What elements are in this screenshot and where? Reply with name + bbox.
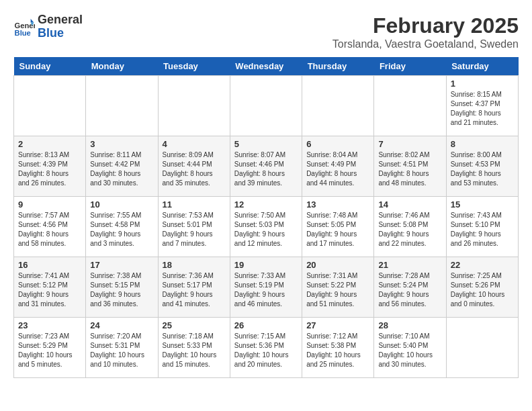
calendar-body: 1Sunrise: 8:15 AM Sunset: 4:37 PM Daylig… xyxy=(14,76,519,378)
day-cell: 1Sunrise: 8:15 AM Sunset: 4:37 PM Daylig… xyxy=(446,76,518,136)
day-cell xyxy=(374,76,446,136)
day-number: 12 xyxy=(234,199,298,210)
day-number: 19 xyxy=(234,260,298,270)
day-number: 7 xyxy=(378,139,441,149)
day-number: 26 xyxy=(234,320,298,330)
week-row-2: 2Sunrise: 8:13 AM Sunset: 4:39 PM Daylig… xyxy=(14,136,519,197)
day-info: Sunrise: 7:28 AM Sunset: 5:24 PM Dayligh… xyxy=(378,271,441,309)
day-number: 10 xyxy=(90,199,153,210)
day-info: Sunrise: 7:43 AM Sunset: 5:10 PM Dayligh… xyxy=(451,211,514,248)
day-cell: 27Sunrise: 7:12 AM Sunset: 5:38 PM Dayli… xyxy=(302,318,374,378)
day-info: Sunrise: 7:25 AM Sunset: 5:26 PM Dayligh… xyxy=(451,271,514,309)
day-cell: 4Sunrise: 8:09 AM Sunset: 4:44 PM Daylig… xyxy=(158,136,230,197)
day-info: Sunrise: 7:55 AM Sunset: 4:58 PM Dayligh… xyxy=(90,211,153,248)
day-cell xyxy=(302,76,374,136)
day-info: Sunrise: 7:18 AM Sunset: 5:33 PM Dayligh… xyxy=(163,332,226,369)
day-cell: 6Sunrise: 8:04 AM Sunset: 4:49 PM Daylig… xyxy=(302,136,374,197)
week-row-4: 16Sunrise: 7:41 AM Sunset: 5:12 PM Dayli… xyxy=(14,257,519,318)
header-cell-friday: Friday xyxy=(374,57,446,76)
day-info: Sunrise: 8:04 AM Sunset: 4:49 PM Dayligh… xyxy=(306,150,369,188)
day-cell: 8Sunrise: 8:00 AM Sunset: 4:53 PM Daylig… xyxy=(446,136,518,197)
day-number: 27 xyxy=(306,320,369,330)
calendar-table: SundayMondayTuesdayWednesdayThursdayFrid… xyxy=(13,57,519,378)
day-number: 11 xyxy=(163,199,226,210)
logo-icon: General Blue xyxy=(13,16,35,38)
svg-text:Blue: Blue xyxy=(15,29,31,37)
header-cell-wednesday: Wednesday xyxy=(230,57,302,76)
day-cell: 28Sunrise: 7:10 AM Sunset: 5:40 PM Dayli… xyxy=(374,318,446,378)
title-area: February 2025 Torslanda, Vaestra Goetala… xyxy=(332,13,519,50)
day-info: Sunrise: 7:57 AM Sunset: 4:56 PM Dayligh… xyxy=(18,211,81,248)
day-number: 21 xyxy=(378,260,441,270)
day-cell: 10Sunrise: 7:55 AM Sunset: 4:58 PM Dayli… xyxy=(86,197,158,257)
day-cell: 3Sunrise: 8:11 AM Sunset: 4:42 PM Daylig… xyxy=(86,136,158,197)
day-cell: 22Sunrise: 7:25 AM Sunset: 5:26 PM Dayli… xyxy=(446,257,518,318)
svg-marker-2 xyxy=(31,19,34,23)
day-info: Sunrise: 8:00 AM Sunset: 4:53 PM Dayligh… xyxy=(451,150,514,188)
header-cell-thursday: Thursday xyxy=(302,57,374,76)
header: General Blue General Blue February 2025 … xyxy=(13,13,519,50)
day-cell: 9Sunrise: 7:57 AM Sunset: 4:56 PM Daylig… xyxy=(14,197,86,257)
day-cell: 7Sunrise: 8:02 AM Sunset: 4:51 PM Daylig… xyxy=(374,136,446,197)
day-cell: 19Sunrise: 7:33 AM Sunset: 5:19 PM Dayli… xyxy=(230,257,302,318)
day-number: 3 xyxy=(90,139,153,149)
day-info: Sunrise: 7:23 AM Sunset: 5:29 PM Dayligh… xyxy=(18,332,81,369)
day-info: Sunrise: 8:02 AM Sunset: 4:51 PM Dayligh… xyxy=(378,150,441,188)
day-number: 15 xyxy=(451,199,514,210)
header-cell-monday: Monday xyxy=(86,57,158,76)
subtitle: Torslanda, Vaestra Goetaland, Sweden xyxy=(332,38,519,50)
day-cell: 20Sunrise: 7:31 AM Sunset: 5:22 PM Dayli… xyxy=(302,257,374,318)
day-cell: 25Sunrise: 7:18 AM Sunset: 5:33 PM Dayli… xyxy=(158,318,230,378)
day-number: 24 xyxy=(90,320,153,330)
day-number: 13 xyxy=(306,199,369,210)
day-cell xyxy=(446,318,518,378)
day-number: 22 xyxy=(451,260,514,270)
day-cell: 21Sunrise: 7:28 AM Sunset: 5:24 PM Dayli… xyxy=(374,257,446,318)
day-cell: 2Sunrise: 8:13 AM Sunset: 4:39 PM Daylig… xyxy=(14,136,86,197)
day-cell: 5Sunrise: 8:07 AM Sunset: 4:46 PM Daylig… xyxy=(230,136,302,197)
day-info: Sunrise: 7:53 AM Sunset: 5:01 PM Dayligh… xyxy=(163,211,226,248)
day-info: Sunrise: 8:13 AM Sunset: 4:39 PM Dayligh… xyxy=(18,150,81,188)
day-info: Sunrise: 7:46 AM Sunset: 5:08 PM Dayligh… xyxy=(378,211,441,248)
week-row-5: 23Sunrise: 7:23 AM Sunset: 5:29 PM Dayli… xyxy=(14,318,519,378)
header-row: SundayMondayTuesdayWednesdayThursdayFrid… xyxy=(14,57,519,76)
day-number: 5 xyxy=(234,139,298,149)
day-number: 18 xyxy=(163,260,226,270)
day-info: Sunrise: 7:38 AM Sunset: 5:15 PM Dayligh… xyxy=(90,271,153,309)
day-cell xyxy=(86,76,158,136)
day-cell xyxy=(230,76,302,136)
day-info: Sunrise: 7:41 AM Sunset: 5:12 PM Dayligh… xyxy=(18,271,81,309)
day-info: Sunrise: 8:11 AM Sunset: 4:42 PM Dayligh… xyxy=(90,150,153,188)
day-info: Sunrise: 7:10 AM Sunset: 5:40 PM Dayligh… xyxy=(378,332,441,369)
day-cell: 18Sunrise: 7:36 AM Sunset: 5:17 PM Dayli… xyxy=(158,257,230,318)
day-cell: 12Sunrise: 7:50 AM Sunset: 5:03 PM Dayli… xyxy=(230,197,302,257)
day-info: Sunrise: 7:31 AM Sunset: 5:22 PM Dayligh… xyxy=(306,271,369,309)
day-number: 2 xyxy=(18,139,81,149)
day-info: Sunrise: 7:50 AM Sunset: 5:03 PM Dayligh… xyxy=(234,211,298,248)
day-number: 4 xyxy=(163,139,226,149)
day-number: 23 xyxy=(18,320,81,330)
week-row-1: 1Sunrise: 8:15 AM Sunset: 4:37 PM Daylig… xyxy=(14,76,519,136)
day-cell: 13Sunrise: 7:48 AM Sunset: 5:05 PM Dayli… xyxy=(302,197,374,257)
day-info: Sunrise: 8:15 AM Sunset: 4:37 PM Dayligh… xyxy=(451,90,514,128)
day-number: 20 xyxy=(306,260,369,270)
day-cell: 11Sunrise: 7:53 AM Sunset: 5:01 PM Dayli… xyxy=(158,197,230,257)
header-cell-saturday: Saturday xyxy=(446,57,518,76)
day-cell: 17Sunrise: 7:38 AM Sunset: 5:15 PM Dayli… xyxy=(86,257,158,318)
day-number: 17 xyxy=(90,260,153,270)
day-info: Sunrise: 7:33 AM Sunset: 5:19 PM Dayligh… xyxy=(234,271,298,309)
day-info: Sunrise: 7:15 AM Sunset: 5:36 PM Dayligh… xyxy=(234,332,298,369)
day-cell xyxy=(14,76,86,136)
main-title: February 2025 xyxy=(332,13,519,38)
logo: General Blue General Blue xyxy=(13,13,83,40)
day-cell: 23Sunrise: 7:23 AM Sunset: 5:29 PM Dayli… xyxy=(14,318,86,378)
day-info: Sunrise: 7:20 AM Sunset: 5:31 PM Dayligh… xyxy=(90,332,153,369)
day-number: 16 xyxy=(18,260,81,270)
day-info: Sunrise: 7:12 AM Sunset: 5:38 PM Dayligh… xyxy=(306,332,369,369)
day-cell: 26Sunrise: 7:15 AM Sunset: 5:36 PM Dayli… xyxy=(230,318,302,378)
header-cell-tuesday: Tuesday xyxy=(158,57,230,76)
day-number: 1 xyxy=(451,79,514,89)
day-cell: 14Sunrise: 7:46 AM Sunset: 5:08 PM Dayli… xyxy=(374,197,446,257)
header-cell-sunday: Sunday xyxy=(14,57,86,76)
day-number: 28 xyxy=(378,320,441,330)
